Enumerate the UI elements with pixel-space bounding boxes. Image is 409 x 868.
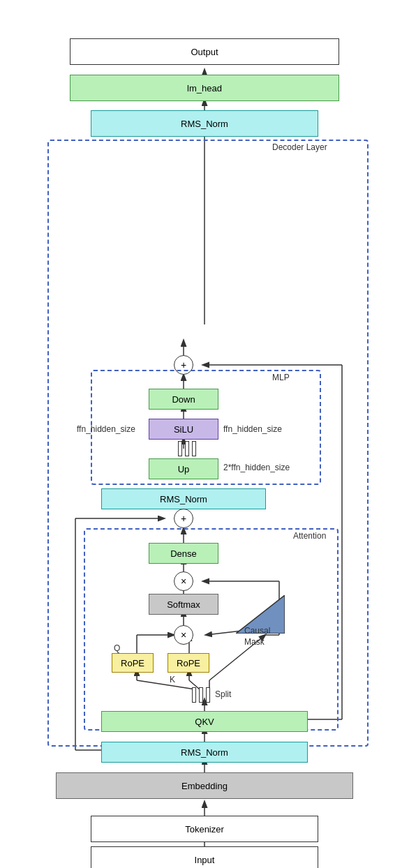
output-label: Output [191,47,218,57]
qkv-split-lines [192,687,210,703]
qkv-split-line-3 [206,687,210,703]
rope-q-box: RoPE [112,653,154,673]
down-label: Down [172,394,195,405]
attention-label: Attention [293,531,326,541]
decoder-layer-label: Decoder Layer [272,142,327,152]
plus-mid-circle: + [174,509,193,528]
softmax-box: Softmax [149,594,218,615]
embedding-box: Embedding [56,772,353,799]
rms-norm-bot-box: RMS_Norm [101,742,308,763]
tokenizer-box: Tokenizer [91,816,318,842]
rms-norm-mid-box: RMS_Norm [101,488,266,509]
rope-q-label: RoPE [121,658,144,668]
dense-box: Dense [149,543,218,564]
softmax-label: Softmax [167,599,200,610]
causal-mask-label: CausalMask [244,626,270,648]
ffn-2x-label: 2*ffn_hidden_size [223,463,290,472]
rms-norm-top-box: RMS_Norm [91,110,318,137]
ffn-hidden-right-label: ffn_hidden_size [223,424,282,434]
up-label: Up [178,464,190,474]
split-label: Split [215,689,231,699]
lm-head-box: lm_head [70,75,339,101]
lm-head-label: lm_head [187,83,222,93]
qkv-box: QKV [101,711,308,732]
dense-label: Dense [170,548,197,559]
q-label: Q [114,643,120,653]
rms-norm-top-label: RMS_Norm [181,119,228,129]
rms-norm-mid-label: RMS_Norm [160,494,207,504]
split-line-1 [178,441,182,456]
ffn-hidden-left-label: ffn_hidden_size [77,424,135,434]
rope-k-box: RoPE [168,653,209,673]
split-line-2 [185,441,189,456]
tokenizer-label: Tokenizer [185,824,224,835]
x-bottom-circle: × [174,625,193,645]
input-box: Input [91,846,318,868]
silu-box: SiLU [149,419,218,440]
x-top-circle: × [174,571,193,591]
rope-k-label: RoPE [177,658,200,668]
input-label: Input [195,855,215,865]
output-box: Output [70,38,339,65]
qkv-split-line-1 [192,687,196,703]
rms-norm-bot-label: RMS_Norm [181,747,228,758]
mlp-split-lines [178,441,196,456]
embedding-label: Embedding [181,781,228,791]
down-box: Down [149,389,218,410]
qkv-split-line-2 [199,687,203,703]
diagram: Output lm_head RMS_Norm Decoder Layer + … [0,0,409,868]
qkv-label: QKV [195,717,214,727]
mlp-label: MLP [272,373,290,382]
split-line-3 [192,441,196,456]
up-box: Up [149,458,218,479]
k-label: K [170,675,175,684]
silu-label: SiLU [174,424,193,435]
